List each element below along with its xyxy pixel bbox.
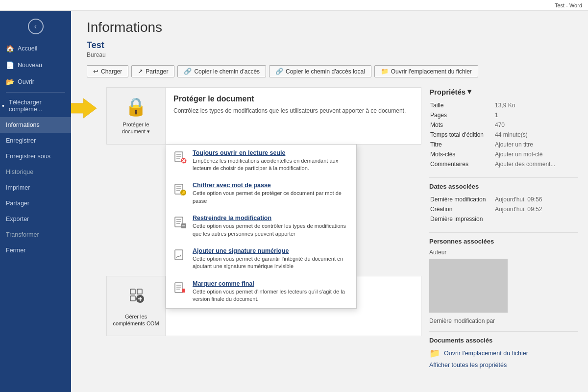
sidebar-back-button[interactable]: ‹ [0, 15, 71, 38]
svg-rect-28 [130, 296, 135, 301]
sidebar-item-imprimer[interactable]: Imprimer [0, 180, 71, 196]
content-header: Informations Test Bureau ↩ Charger ↗ Par… [71, 11, 588, 83]
svg-marker-25 [182, 289, 185, 293]
sidebar: ‹ 🏠 Accueil 📄 Nouveau 📂 Ouvrir Télécharg… [0, 11, 71, 392]
restreindre-icon [173, 215, 187, 232]
prop-value-mots-cles[interactable]: Ajouter un mot-clé [495, 150, 577, 159]
copier-chemin-local-button[interactable]: 🔗 Copier le chemin d'accès local [269, 65, 371, 77]
prop-label-taille: Taille [430, 101, 494, 110]
left-panels: 🔒 Protéger le document ▾ Protéger le doc… [71, 87, 421, 392]
sidebar-label-historique: Historique [6, 169, 33, 175]
charger-button[interactable]: ↩ Charger [87, 65, 128, 77]
date-label-derniere-modif: Dernière modification [430, 195, 494, 204]
protect-icon-label[interactable]: Protéger le document ▾ [112, 121, 160, 135]
right-panel: Propriétés ▾ Taille 13,9 Ko Pages 1 [421, 87, 588, 392]
title-bar: Test - Word [0, 0, 588, 11]
main-container: ‹ 🏠 Accueil 📄 Nouveau 📂 Ouvrir Télécharg… [0, 11, 588, 392]
chiffrer-desc: Cette option vous permet de protéger ce … [193, 190, 349, 205]
sidebar-label-imprimer: Imprimer [6, 184, 30, 191]
complements-icon-label[interactable]: Gérer les compléments COM [112, 313, 160, 327]
chiffrer-icon: 🔑 [173, 182, 187, 199]
prop-value-temps: 44 minute(s) [495, 130, 577, 139]
open-location-text: Ouvrir l'emplacement du fichier [444, 350, 528, 357]
date-value-derniere-impression [495, 215, 577, 223]
partager-label: Partager [146, 68, 168, 75]
lecture-seule-icon [173, 150, 187, 167]
svg-rect-20 [175, 250, 183, 260]
copier-chemin-button[interactable]: 🔗 Copier le chemin d'accès [177, 65, 266, 77]
title-bar-text: Test - Word [555, 2, 582, 8]
properties-table: Taille 13,9 Ko Pages 1 Mots 470 Temps [429, 100, 578, 170]
divider-3 [429, 331, 578, 332]
date-value-derniere-modif: Aujourd'hui, 09:56 [495, 195, 577, 204]
prop-row-mots-cles: Mots-clés Ajouter un mot-clé [430, 150, 577, 159]
copier-chemin-local-label: Copier le chemin d'accès local [286, 68, 365, 75]
signature-desc: Cette option vous permet de garantir l'i… [193, 255, 349, 270]
docs-folder-icon: 📁 [429, 348, 440, 359]
content-body: 🔒 Protéger le document ▾ Protéger le doc… [71, 83, 588, 392]
sidebar-item-fermer[interactable]: Fermer [0, 243, 71, 258]
ouvrir-emplacement-label: Ouvrir l'emplacement du fichier [391, 68, 472, 75]
new-icon: 📄 [6, 61, 14, 69]
sidebar-item-informations[interactable]: Informations [0, 117, 71, 133]
date-value-creation: Aujourd'hui, 09:52 [495, 205, 577, 214]
sidebar-label-enregistrer-sous: Enregistrer sous [6, 153, 50, 160]
prop-row-pages: Pages 1 [430, 111, 577, 120]
sidebar-item-partager[interactable]: Partager [0, 196, 71, 211]
date-row-derniere-modif: Dernière modification Aujourd'hui, 09:56 [430, 195, 577, 204]
complements-icon-area[interactable]: Gérer les compléments COM [107, 276, 166, 336]
sidebar-item-nouveau[interactable]: 📄 Nouveau [0, 57, 71, 74]
prop-label-mots: Mots [430, 121, 494, 129]
complements-icon [126, 285, 146, 309]
date-label-creation: Création [430, 205, 494, 214]
sidebar-item-exporter[interactable]: Exporter [0, 211, 71, 227]
lecture-seule-desc: Empêchez les modifications accidentelles… [193, 157, 349, 172]
ouvrir-emplacement-button[interactable]: 📁 Ouvrir l'emplacement du fichier [374, 65, 478, 77]
sidebar-item-telecharger[interactable]: Téléchargercompléme... [0, 95, 71, 117]
protect-content: Protéger le document Contrôlez les types… [166, 88, 421, 144]
dropdown-item-chiffrer[interactable]: 🔑 Chiffrer avec mot de passe Cette optio… [166, 177, 356, 210]
dropdown-item-lecture-seule[interactable]: Toujours ouvrir en lecture seule Empêche… [166, 145, 356, 177]
page-title: Informations [87, 20, 572, 35]
divider-2 [429, 232, 578, 233]
sidebar-item-enregistrer-sous[interactable]: Enregistrer sous [0, 148, 71, 164]
prop-row-titre: Titre Ajouter un titre [430, 140, 577, 149]
dropdown-item-marquer-final[interactable]: Marquer comme final Cette option vous pe… [166, 275, 356, 308]
marquer-final-text: Marquer comme final Cette option vous pe… [193, 280, 349, 303]
sidebar-label-exporter: Exporter [6, 216, 29, 222]
sidebar-item-transformer: Transformer [0, 227, 71, 243]
sidebar-item-accueil[interactable]: 🏠 Accueil [0, 40, 71, 57]
folder-icon: 📁 [381, 68, 389, 75]
protect-document-panel: 🔒 Protéger le document ▾ Protéger le doc… [106, 87, 421, 145]
svg-rect-21 [175, 283, 183, 293]
marquer-final-title: Marquer comme final [193, 280, 349, 287]
lock-icon: 🔒 [125, 97, 147, 117]
prop-value-taille: 13,9 Ko [495, 101, 577, 110]
dropdown-item-signature[interactable]: Ajouter une signature numérique Cette op… [166, 243, 356, 275]
svg-rect-26 [130, 289, 135, 294]
prop-value-titre[interactable]: Ajouter un titre [495, 140, 577, 149]
open-location-link[interactable]: 📁 Ouvrir l'emplacement du fichier [429, 348, 578, 359]
dropdown-item-restreindre[interactable]: Restreindre la modification Cette option… [166, 210, 356, 243]
all-props-link[interactable]: Afficher toutes les propriétés [429, 362, 578, 368]
sidebar-label-enregistrer: Enregistrer [6, 137, 36, 144]
marquer-final-desc: Cette option vous permet d'informer les … [193, 288, 349, 303]
date-row-derniere-impression: Dernière impression [430, 215, 577, 223]
protect-icon-area[interactable]: 🔒 Protéger le document ▾ [107, 88, 166, 144]
marquer-final-icon [173, 281, 187, 297]
document-title: Test [87, 40, 572, 50]
sidebar-item-enregistrer[interactable]: Enregistrer [0, 133, 71, 148]
dates-title: Dates associées [429, 183, 578, 190]
sidebar-label-telecharger: Téléchargercompléme... [9, 99, 42, 113]
sidebar-label-fermer: Fermer [6, 247, 25, 254]
properties-dropdown-icon[interactable]: ▾ [467, 87, 471, 96]
protect-dropdown-menu: Toujours ouvrir en lecture seule Empêche… [166, 144, 357, 309]
sidebar-item-ouvrir[interactable]: 📂 Ouvrir [0, 74, 71, 90]
docs-title: Documents associés [429, 337, 578, 344]
restreindre-desc: Cette option vous permet de contrôler le… [193, 222, 349, 238]
partager-button[interactable]: ↗ Partager [131, 65, 174, 77]
partager-icon: ↗ [138, 68, 143, 75]
back-circle-icon[interactable]: ‹ [28, 19, 44, 34]
prop-value-commentaires[interactable]: Ajouter des comment... [495, 160, 577, 169]
svg-marker-0 [71, 98, 97, 118]
